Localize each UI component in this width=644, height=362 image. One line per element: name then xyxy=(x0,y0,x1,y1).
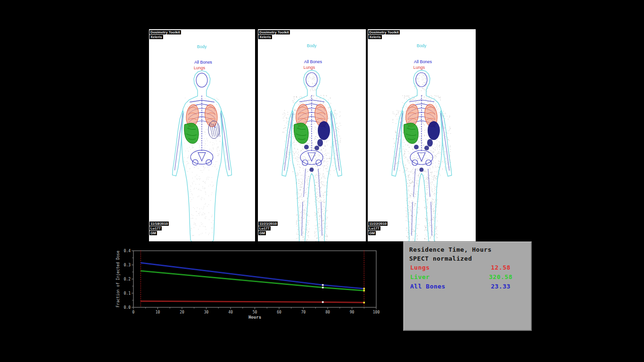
x-axis-label: Hours xyxy=(248,315,261,320)
organ-value: 320.58 xyxy=(477,272,524,282)
data-point-marker xyxy=(363,288,365,290)
svg-text:100: 100 xyxy=(373,310,380,314)
svg-text:10: 10 xyxy=(156,310,160,314)
isotope-chip: Lu177 xyxy=(149,226,162,230)
svg-text:40: 40 xyxy=(228,310,233,314)
app-title-chip: Dosimetry Toolkit xyxy=(368,30,400,34)
speckle-layer xyxy=(393,73,451,241)
residence-row: All Bones 23.33 xyxy=(404,282,531,291)
lungs-label: Lungs xyxy=(304,65,315,70)
study-date-chip: 11/21/2010 xyxy=(258,222,278,226)
data-point-marker xyxy=(363,290,365,292)
app-title-chip: Dosimetry Toolkit xyxy=(149,30,181,34)
all-bones-label: All Bones xyxy=(414,59,432,64)
residence-row: Lungs 12.58 xyxy=(404,263,531,272)
lungs-label: Lungs xyxy=(194,66,206,70)
study-date-chip: 11/22/2010 xyxy=(368,222,388,226)
body-label: Body xyxy=(417,43,427,48)
wholebody-scan-image: BodyAll BonesLungs xyxy=(149,29,255,241)
residence-time-panel: Residence Time, Hours SPECT normalized L… xyxy=(403,241,532,331)
svg-text:0.2: 0.2 xyxy=(124,277,131,281)
svg-text:80: 80 xyxy=(325,310,330,314)
scan-viewport[interactable]: BodyAll BonesLungs Dosimetry Toolkit Xel… xyxy=(258,29,366,241)
svg-text:0.0: 0.0 xyxy=(124,305,131,310)
scan-viewport[interactable]: BodyAll BonesLungs Dosimetry Toolkit Xel… xyxy=(149,29,255,241)
time-activity-chart-canvas[interactable]: 01020304050607080901000.00.10.20.30.4Hou… xyxy=(115,247,384,325)
y-axis-label: Fraction of Injected Dose xyxy=(116,251,120,308)
isotope-chip: Lu177 xyxy=(258,226,271,230)
organ-label: Lungs xyxy=(410,263,430,272)
panel-header-chips: Dosimetry Toolkit Xeleris xyxy=(149,30,181,39)
svg-text:30: 30 xyxy=(204,310,209,314)
residence-panel-subtitle: SPECT normalized xyxy=(404,254,531,263)
data-point-marker xyxy=(322,301,324,303)
svg-text:90: 90 xyxy=(350,310,355,314)
panel-header-chips: Dosimetry Toolkit Xeleris xyxy=(368,30,400,39)
all-bones-label: All Bones xyxy=(194,60,212,65)
data-point-marker xyxy=(322,287,324,288)
liver-region xyxy=(404,123,419,144)
study-date-chip: 11/18/2010 xyxy=(149,222,169,226)
all-bones-label: All Bones xyxy=(304,59,322,64)
dosimetry-workstation-screen: BodyAll BonesLungs Dosimetry Toolkit Xel… xyxy=(0,0,644,362)
svg-text:0: 0 xyxy=(132,310,135,314)
panel-footer-chips: 11/22/2010 Lu177 GM xyxy=(368,222,388,235)
organ-label: All Bones xyxy=(410,282,446,291)
panel-header-chips: Dosimetry Toolkit Xeleris xyxy=(258,30,290,39)
plot-frame xyxy=(133,251,376,307)
body-label: Body xyxy=(307,43,317,48)
workstation-chip: Xeleris xyxy=(258,35,272,39)
liver-region xyxy=(184,123,198,143)
app-title-chip: Dosimetry Toolkit xyxy=(258,30,290,34)
workstation-chip: Xeleris xyxy=(368,35,382,39)
organ-value: 12.58 xyxy=(477,263,524,272)
residence-panel-title: Residence Time, Hours xyxy=(404,242,531,254)
wholebody-scan-image: BodyAll BonesLungs xyxy=(368,29,476,241)
organ-labels: BodyAll BonesLungs xyxy=(194,44,212,71)
svg-text:50: 50 xyxy=(253,310,257,314)
organ-labels: BodyAll BonesLungs xyxy=(304,43,322,70)
residence-row: Liver 320.58 xyxy=(404,272,531,282)
scan-viewport[interactable]: BodyAll BonesLungs Dosimetry Toolkit Xel… xyxy=(368,29,476,241)
data-point-marker xyxy=(322,284,324,286)
panel-footer-chips: 11/21/2010 Lu177 GM xyxy=(258,222,278,235)
time-activity-chart[interactable]: 01020304050607080901000.00.10.20.30.4Hou… xyxy=(115,247,384,325)
organ-value: 23.33 xyxy=(477,282,524,291)
svg-text:70: 70 xyxy=(301,310,306,314)
organ-labels: BodyAll BonesLungs xyxy=(413,43,432,70)
detector-chip: GM xyxy=(368,231,376,235)
residence-rows: Lungs 12.58 Liver 320.58 All Bones 23.33 xyxy=(404,263,531,291)
body-label: Body xyxy=(197,44,207,49)
detector-chip: GM xyxy=(258,231,266,235)
workstation-chip: Xeleris xyxy=(149,35,163,39)
isotope-chip: Lu177 xyxy=(368,226,380,230)
liver-region xyxy=(294,123,309,144)
svg-text:0.3: 0.3 xyxy=(124,263,131,267)
data-point-marker xyxy=(363,302,365,304)
svg-text:0.4: 0.4 xyxy=(124,249,131,253)
detector-chip: GM xyxy=(149,231,157,235)
organ-label: Liver xyxy=(410,272,430,282)
svg-text:20: 20 xyxy=(180,310,184,314)
wholebody-scan-image: BodyAll BonesLungs xyxy=(258,29,366,241)
svg-text:60: 60 xyxy=(277,310,281,314)
panel-footer-chips: 11/18/2010 Lu177 GM xyxy=(149,222,169,235)
lungs-label: Lungs xyxy=(413,65,425,70)
svg-text:0.1: 0.1 xyxy=(124,291,131,296)
